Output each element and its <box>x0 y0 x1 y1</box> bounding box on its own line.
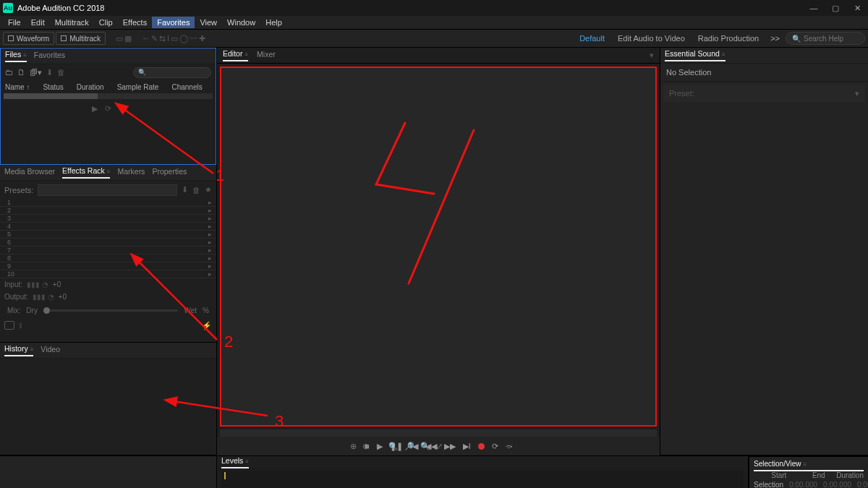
files-search[interactable]: 🔍 <box>133 67 211 78</box>
menu-clip[interactable]: Clip <box>94 17 118 28</box>
window-minimize[interactable]: — <box>803 0 825 16</box>
rack-power-toggle[interactable] <box>4 321 14 330</box>
selview-sel-start[interactable]: 0:00.000 <box>789 481 817 488</box>
rack-slot-8[interactable]: 8▸ <box>0 254 216 262</box>
selview-sel-duration[interactable]: 0:00.000 <box>857 481 868 488</box>
tab-files[interactable]: Files≡ <box>5 50 27 62</box>
menu-favorites[interactable]: Favorites <box>152 17 195 28</box>
col-name[interactable]: Name ↑ <box>5 83 30 91</box>
menu-help[interactable]: Help <box>260 17 287 28</box>
tab-properties[interactable]: Properties <box>152 167 187 178</box>
to-end-icon[interactable]: ▶I <box>463 442 471 451</box>
preset-dropdown-icon[interactable]: ▾ <box>855 89 859 98</box>
panel-menu-icon[interactable]: ≡ <box>107 168 111 175</box>
fforward-icon[interactable]: ▶▶ <box>444 442 456 451</box>
heal-tool-icon[interactable]: ✚ <box>199 34 205 43</box>
zoom-sel-icon[interactable]: 🔍 <box>388 442 399 451</box>
panel-menu-icon[interactable]: ≡ <box>722 51 726 58</box>
workspace-default[interactable]: Default <box>574 33 610 44</box>
rack-slot-3[interactable]: 3▸ <box>0 215 216 223</box>
tab-mixer[interactable]: Mixer <box>257 50 276 61</box>
panel-menu-icon[interactable]: ≡ <box>244 51 248 58</box>
panel-menu-icon[interactable]: ≡ <box>23 52 27 59</box>
zoom-scrollbar[interactable] <box>220 429 657 437</box>
search-help-input[interactable] <box>804 35 861 43</box>
rack-slot-4[interactable]: 4▸ <box>0 223 216 231</box>
tab-history[interactable]: History≡ <box>4 344 33 356</box>
panel-menu-icon[interactable]: ≡ <box>245 458 249 465</box>
save-icon[interactable]: ⬇ <box>46 68 53 77</box>
spectral-icon[interactable]: ▦ <box>124 34 132 43</box>
workspace-editav[interactable]: Edit Audio to Video <box>612 33 691 44</box>
record-icon[interactable] <box>478 443 485 450</box>
razor-tool-icon[interactable]: ✎ <box>151 34 158 43</box>
menu-window[interactable]: Window <box>222 17 260 28</box>
window-maximize[interactable]: ▢ <box>825 0 846 16</box>
move-tool-icon[interactable]: ↔ <box>142 34 150 43</box>
files-play-icon[interactable]: ▶ <box>92 104 98 114</box>
rack-slot-5[interactable]: 5▸ <box>0 231 216 239</box>
tab-editor[interactable]: Editor≡ <box>223 49 248 61</box>
col-samplerate[interactable]: Sample Rate <box>117 83 159 91</box>
editor-dropdown-icon[interactable]: ▾ <box>650 51 654 60</box>
workspace-radio[interactable]: Radio Production <box>692 33 765 44</box>
menu-view[interactable]: View <box>195 17 222 28</box>
preset-fav-icon[interactable]: ★ <box>205 185 212 194</box>
tab-video[interactable]: Video <box>41 345 60 356</box>
zoom-in-h-icon[interactable]: ⊕ <box>350 442 357 451</box>
menu-multitrack[interactable]: Multitrack <box>50 17 94 28</box>
tab-levels[interactable]: Levels≡ <box>221 456 249 468</box>
brush-tool-icon[interactable]: 〰 <box>190 34 197 43</box>
tab-essential-sound[interactable]: Essential Sound≡ <box>665 49 726 61</box>
rack-slot-1[interactable]: 1▸ <box>0 199 216 207</box>
skip-icon[interactable]: ⤼ <box>506 442 512 451</box>
panel-menu-icon[interactable]: ≡ <box>30 346 34 353</box>
zoom-out-v-icon[interactable]: 🔍 <box>420 442 430 451</box>
workspace-more[interactable]: >> <box>766 33 784 44</box>
menu-edit[interactable]: Edit <box>26 17 50 28</box>
col-status[interactable]: Status <box>43 83 63 91</box>
window-close[interactable]: ✕ <box>846 0 868 16</box>
selview-sel-end[interactable]: 0:00.000 <box>823 481 851 488</box>
zoom-full-icon[interactable]: ⤢ <box>436 442 443 451</box>
menu-effects[interactable]: Effects <box>118 17 152 28</box>
open-file-icon[interactable]: 🗀 <box>5 68 13 77</box>
panel-menu-icon[interactable]: ≡ <box>803 461 807 468</box>
menu-file[interactable]: File <box>3 17 26 28</box>
col-duration[interactable]: Duration <box>77 83 104 91</box>
tab-media-browser[interactable]: Media Browser <box>4 167 55 178</box>
hud-icon[interactable]: ▭ <box>116 34 123 43</box>
rack-slot-9[interactable]: 9▸ <box>0 262 216 270</box>
mix-slider[interactable] <box>43 309 179 312</box>
files-hscroll[interactable] <box>4 93 213 99</box>
col-channels[interactable]: Channels <box>171 83 202 91</box>
loop-icon[interactable]: ⟳ <box>492 442 498 451</box>
slip-tool-icon[interactable]: ⇆ <box>159 34 166 43</box>
files-columns[interactable]: Name ↑ Status Duration Sample Rate Chann… <box>1 80 216 93</box>
files-autoplay-icon[interactable]: ᴬ⁾ <box>119 104 124 114</box>
rack-slot-2[interactable]: 2▸ <box>0 207 216 215</box>
preset-delete-icon[interactable]: 🗑 <box>192 186 200 194</box>
preset-save-icon[interactable]: ⬇ <box>182 185 188 194</box>
tab-effects-rack[interactable]: Effects Rack≡ <box>62 166 110 179</box>
files-search-input[interactable] <box>146 69 204 77</box>
search-help[interactable]: 🔍 <box>786 32 865 45</box>
editor-canvas[interactable] <box>220 67 657 427</box>
time-tool-icon[interactable]: I <box>167 34 169 43</box>
tab-favorites[interactable]: Favorites <box>34 51 65 61</box>
lasso-tool-icon[interactable]: ◯ <box>179 34 188 43</box>
rack-slot-7[interactable]: 7▸ <box>0 247 216 254</box>
zoom-fit-icon[interactable]: ↔ <box>375 442 383 451</box>
rack-apply-icon[interactable]: ⚡ <box>202 321 212 330</box>
multitrack-button[interactable]: Multitrack <box>56 32 106 45</box>
new-multitrack-icon[interactable]: 🗐▾ <box>30 68 42 77</box>
waveform-button[interactable]: Waveform <box>3 32 54 45</box>
tab-markers[interactable]: Markers <box>117 167 145 178</box>
new-file-icon[interactable]: 🗋 <box>17 68 25 77</box>
zoom-in-v-icon[interactable]: 🔎 <box>404 442 414 451</box>
rack-slot-10[interactable]: 10▸ <box>0 270 216 278</box>
marquee-tool-icon[interactable]: ▭ <box>171 34 178 43</box>
rack-view-icon[interactable]: ⦀ <box>19 321 22 330</box>
tab-selection-view[interactable]: Selection/View≡ <box>754 460 864 471</box>
files-loop-icon[interactable]: ⟳ <box>105 104 111 114</box>
